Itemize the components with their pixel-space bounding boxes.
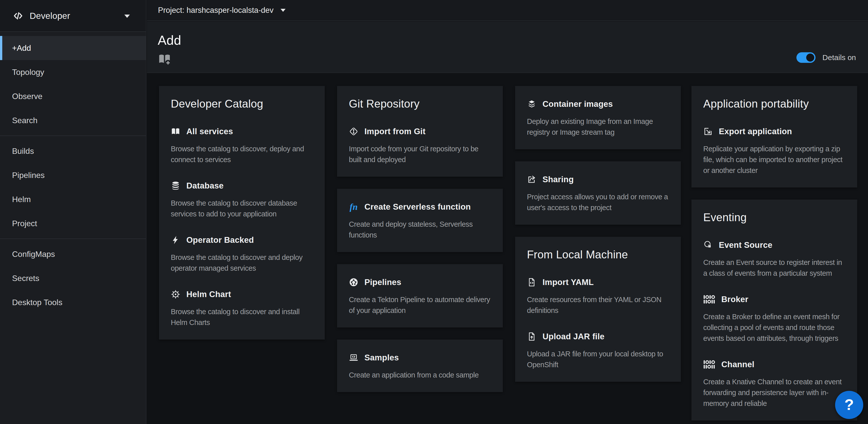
sidebar-item-secrets[interactable]: Secrets	[0, 266, 146, 290]
item-sharing[interactable]: Sharing Project access allows you to add…	[527, 174, 669, 213]
card-developer-catalog: Developer Catalog All services Browse th…	[159, 86, 325, 340]
sidebar: Developer +Add Topology Observe Search B…	[0, 0, 147, 424]
item-description: Browse the catalog to discover and deplo…	[171, 252, 313, 274]
card-title: From Local Machine	[527, 249, 669, 261]
card-container-images: Container images Deploy an existing Imag…	[515, 86, 681, 149]
card-column: Container images Deploy an existing Imag…	[515, 86, 681, 382]
item-description: Create and deploy stateless, Serverless …	[349, 219, 491, 241]
sidebar-item-project[interactable]: Project	[0, 211, 146, 235]
sidebar-item-label: +Add	[12, 44, 31, 53]
samples-icon	[349, 353, 359, 362]
sidebar-item-observe[interactable]: Observe	[0, 84, 146, 108]
item-description: Browse the catalog to discover and insta…	[171, 306, 313, 328]
sidebar-item-add[interactable]: +Add	[0, 36, 146, 60]
sidebar-item-label: ConfigMaps	[12, 250, 55, 259]
item-title: Operator Backed	[186, 235, 254, 245]
item-title: Broker	[721, 294, 748, 304]
item-description: Create a Knative Channel to create an ev…	[703, 376, 845, 409]
card-application-portability: Application portability Export applicati…	[691, 86, 857, 188]
item-description: Create a Broker to define an event mesh …	[703, 311, 845, 344]
item-import-yaml[interactable]: Import YAML Create resources from their …	[527, 277, 669, 316]
card-pipelines: Pipelines Create a Tekton Pipeline to au…	[337, 264, 503, 328]
item-import-from-git[interactable]: Import from Git Import code from your Gi…	[349, 126, 491, 165]
sidebar-item-desktop-tools[interactable]: Desktop Tools	[0, 290, 146, 314]
helm-icon	[171, 289, 180, 299]
card-eventing: Eventing Event Source Create an Event so…	[691, 200, 857, 421]
event-source-icon	[703, 240, 713, 250]
details-toggle-label: Details on	[823, 53, 856, 62]
card-title: Git Repository	[349, 98, 491, 110]
add-cards-area: Developer Catalog All services Browse th…	[147, 86, 868, 424]
item-helm-chart[interactable]: Helm Chart Browse the catalog to discove…	[171, 289, 313, 328]
card-column: Developer Catalog All services Browse th…	[159, 86, 325, 340]
nav-divider	[0, 136, 146, 136]
item-title: Database	[186, 181, 223, 191]
card-title: Application portability	[703, 98, 845, 110]
card-git-repository: Git Repository Import from Git Import co…	[337, 86, 503, 177]
item-title: All services	[186, 127, 233, 136]
bolt-icon	[171, 235, 180, 245]
item-event-source[interactable]: Event Source Create an Event source to r…	[703, 239, 845, 279]
file-code-icon	[527, 278, 536, 287]
sidebar-item-label: Helm	[12, 195, 31, 204]
item-description: Create a Tekton Pipeline to automate del…	[349, 294, 491, 316]
item-export-application[interactable]: Export application Replicate your applic…	[703, 126, 845, 176]
item-description: Project access allows you to add or remo…	[527, 192, 669, 213]
card-from-local-machine: From Local Machine Import YAML Create re…	[515, 237, 681, 382]
item-database[interactable]: Database Browse the catalog to discover …	[171, 180, 313, 219]
card-title: Developer Catalog	[171, 98, 313, 110]
nav-divider	[0, 238, 146, 239]
book-plus-icon[interactable]	[158, 52, 171, 66]
perspective-label: Developer	[30, 11, 70, 21]
perspective-switcher[interactable]: Developer	[0, 0, 146, 32]
sidebar-item-label: Observe	[12, 92, 42, 101]
topbar: Project: harshcasper-localsta-dev	[147, 0, 868, 21]
broker-icon	[703, 294, 715, 304]
sidebar-item-builds[interactable]: Builds	[0, 139, 146, 163]
share-icon	[527, 175, 536, 184]
sidebar-item-label: Project	[12, 219, 37, 228]
page-header: Add Details on	[147, 22, 868, 73]
item-description: Create an application from a code sample	[349, 370, 491, 380]
sidebar-item-pipelines[interactable]: Pipelines	[0, 163, 146, 187]
item-upload-jar-file[interactable]: Upload JAR file Upload a JAR file from y…	[527, 331, 669, 370]
item-channel[interactable]: Channel Create a Knative Channel to crea…	[703, 359, 845, 409]
item-description: Create an Event source to register inter…	[703, 257, 845, 279]
item-title: Samples	[365, 353, 399, 362]
book-icon	[171, 127, 180, 136]
sidebar-item-search[interactable]: Search	[0, 108, 146, 133]
export-icon	[703, 127, 713, 136]
item-description: Browse the catalog to discover database …	[171, 198, 313, 219]
item-all-services[interactable]: All services Browse the catalog to disco…	[171, 126, 313, 165]
item-description: Import code from your Git repository to …	[349, 143, 491, 165]
card-sharing: Sharing Project access allows you to add…	[515, 161, 681, 225]
item-description: Deploy an existing Image from an Image r…	[527, 116, 669, 138]
item-title: Channel	[721, 360, 754, 369]
item-pipelines[interactable]: Pipelines Create a Tekton Pipeline to au…	[349, 277, 491, 316]
item-create-serverless-function[interactable]: fn Create Serverless function Create and…	[349, 201, 491, 241]
help-button[interactable]: ?	[835, 391, 863, 419]
project-switcher[interactable]: Project: harshcasper-localsta-dev	[158, 6, 285, 15]
fn-icon: fn	[349, 202, 359, 211]
main-content: Add Details on Developer Catalog	[147, 22, 868, 424]
details-toggle[interactable]	[797, 52, 815, 63]
item-title: Import from Git	[365, 127, 426, 136]
sidebar-item-helm[interactable]: Helm	[0, 187, 146, 211]
item-operator-backed[interactable]: Operator Backed Browse the catalog to di…	[171, 234, 313, 274]
sidebar-item-configmaps[interactable]: ConfigMaps	[0, 242, 146, 266]
page-title: Add	[158, 33, 868, 48]
channel-icon	[703, 360, 715, 369]
card-title: Eventing	[703, 211, 845, 223]
item-title: Helm Chart	[186, 289, 231, 299]
card-serverless-function: fn Create Serverless function Create and…	[337, 189, 503, 252]
sidebar-item-label: Pipelines	[12, 171, 45, 180]
item-broker[interactable]: Broker Create a Broker to define an even…	[703, 294, 845, 344]
git-icon	[349, 127, 359, 136]
sidebar-nav: +Add Topology Observe Search Builds Pipe…	[0, 32, 146, 314]
file-upload-icon	[527, 332, 536, 341]
item-title: Container images	[542, 99, 613, 109]
item-samples[interactable]: Samples Create an application from a cod…	[349, 352, 491, 380]
sidebar-item-topology[interactable]: Topology	[0, 60, 146, 84]
item-container-images[interactable]: Container images Deploy an existing Imag…	[527, 98, 669, 138]
item-title: Import YAML	[542, 278, 594, 287]
